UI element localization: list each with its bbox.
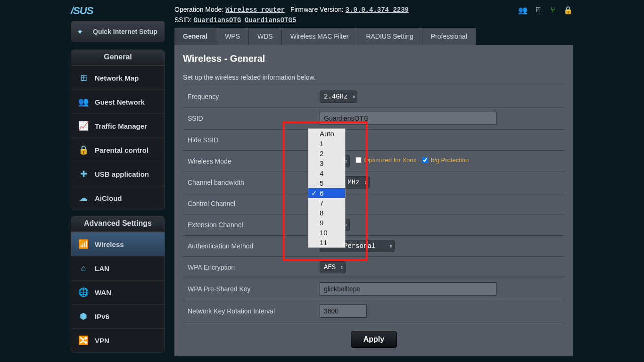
sidebar-item-wan[interactable]: 🌐 WAN [71,280,165,304]
tabs-bar: General WPS WDS Wireless MAC Filter RADI… [174,28,573,45]
channel-option-8[interactable]: 8 [308,208,345,218]
home-icon: ⌂ [78,263,89,274]
ipv6-icon: ⬢ [78,311,89,322]
wireless-icon: 📶 [78,239,89,250]
label-wpa-psk: WPA Pre-Shared Key [183,278,315,300]
general-section: General ⊞ Network Map 👥 Guest Network 📈 … [71,49,165,210]
content-panel: Wireless - General Set up the wireless r… [174,45,573,356]
channel-option-1[interactable]: 1 [308,139,345,148]
firmware-link[interactable]: 3.0.0.4.374_2239 [346,6,409,14]
label-hide-ssid: Hide SSID [183,130,315,151]
channel-option-10[interactable]: 10 [308,228,345,238]
tab-professional[interactable]: Professional [422,28,476,45]
label-ssid: SSID [183,107,315,130]
sidebar-item-usb-application[interactable]: ✚ USB application [71,162,165,186]
settings-table: Frequency 2.4GHz SSID Hide SSID No Wirel… [183,86,565,322]
label-wireless-mode: Wireless Mode [183,151,315,172]
tab-wps[interactable]: WPS [216,28,249,45]
puzzle-icon: ✚ [78,168,89,180]
channel-option-6[interactable]: 6 [308,188,345,198]
brand-logo: /SUS [71,5,165,17]
channel-option-9[interactable]: 9 [308,218,345,228]
sidebar-item-traffic-manager[interactable]: 📈 Traffic Manager [71,114,165,138]
xbox-checkbox[interactable] [355,157,362,163]
tab-radius[interactable]: RADIUS Setting [357,28,422,45]
channel-option-4[interactable]: 4 [308,168,345,178]
sidebar-item-lan[interactable]: ⌂ LAN [71,256,165,280]
advanced-header: Advanced Settings [71,216,165,232]
page-title: Wireless - General [183,53,565,64]
wpa-enc-select[interactable]: AES [320,261,346,273]
wand-icon: ✦ [77,26,88,37]
wpa-psk-input[interactable] [320,282,496,296]
control-channel-dropdown[interactable]: Auto 1 2 3 4 5 6 7 8 9 10 11 [308,128,346,248]
channel-option-2[interactable]: 2 [308,148,345,158]
channel-option-auto[interactable]: Auto [308,129,345,139]
key-rotation-input[interactable] [320,304,367,318]
network-map-icon: ⊞ [78,72,89,83]
channel-option-3[interactable]: 3 [308,158,345,168]
advanced-section: Advanced Settings 📶 Wireless ⌂ LAN 🌐 WAN… [71,216,165,353]
operation-mode-link[interactable]: Wireless router [225,6,285,14]
ssid1-link[interactable]: GuardiansOTG [193,16,241,24]
qis-label: Quick Internet Setup [93,28,157,36]
sidebar-item-parental-control[interactable]: 🔒 Parental control [71,138,165,162]
header-info: Operation Mode: Wireless router Firmware… [174,5,409,25]
frequency-select[interactable]: 2.4GHz [320,90,357,103]
tab-general[interactable]: General [174,28,216,45]
quick-internet-setup-button[interactable]: ✦ Quick Internet Setup [71,21,165,42]
screen-icon[interactable]: 🖥 [533,5,543,15]
sidebar-item-guest-network[interactable]: 👥 Guest Network [71,90,165,114]
bg-checkbox[interactable] [422,157,428,163]
usb-icon[interactable]: ⑂ [548,5,558,15]
label-auth-method: Authentication Method [183,236,315,257]
ssid-input[interactable] [320,112,496,125]
lock-icon: 🔒 [78,144,89,156]
guest-network-icon: 👥 [78,96,89,107]
cloud-icon: ☁ [78,192,89,204]
traffic-icon: 📈 [78,120,89,132]
page-desc: Set up the wireless related information … [183,74,565,81]
tab-mac-filter[interactable]: Wireless MAC Filter [282,28,358,45]
channel-option-7[interactable]: 7 [308,198,345,208]
globe-icon: 🌐 [78,287,89,298]
ssid2-link[interactable]: GuardiansOTG5 [245,16,296,24]
label-key-rotation: Network Key Rotation Interval [183,300,315,322]
sidebar-item-aicloud[interactable]: ☁ AiCloud [71,186,165,210]
label-channel-bw: Channel bandwidth [183,172,315,193]
users-icon[interactable]: 👥 [518,5,528,15]
sidebar-item-vpn[interactable]: 🔀 VPN [71,328,165,352]
sidebar-item-wireless[interactable]: 📶 Wireless [71,232,165,256]
label-control-channel: Control Channel [183,193,315,214]
vpn-icon: 🔀 [78,335,89,346]
label-ext-channel: Extension Channel [183,214,315,236]
security-icon[interactable]: 🔒 [563,5,573,15]
tab-wds[interactable]: WDS [249,28,282,45]
sidebar-item-ipv6[interactable]: ⬢ IPv6 [71,304,165,328]
sidebar-item-network-map[interactable]: ⊞ Network Map [71,66,165,90]
label-frequency: Frequency [183,86,315,107]
label-wpa-enc: WPA Encryption [183,257,315,278]
channel-option-5[interactable]: 5 [308,178,345,188]
general-header: General [71,50,165,66]
apply-button[interactable]: Apply [351,331,397,348]
channel-option-11[interactable]: 11 [308,238,345,247]
